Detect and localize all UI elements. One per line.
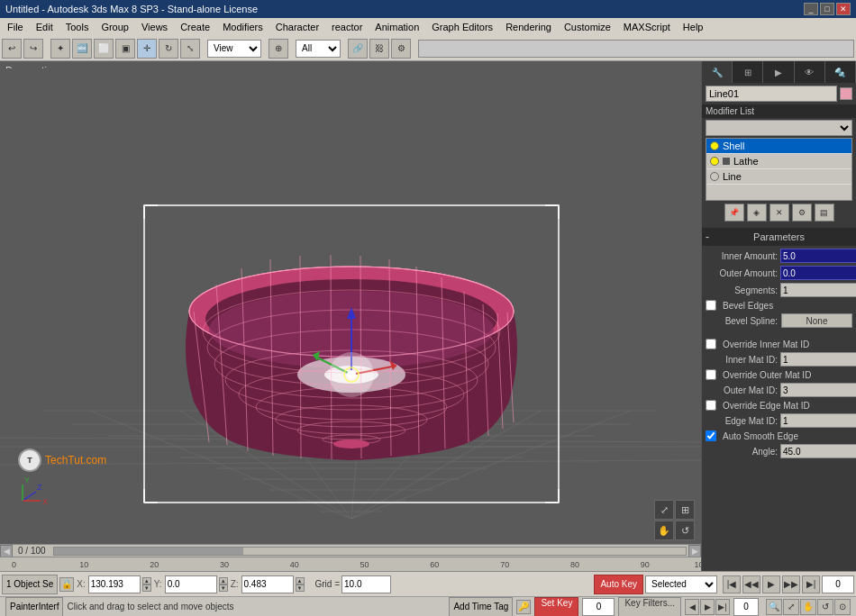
spin-up[interactable]: ▲	[296, 577, 305, 584]
selected-dropdown[interactable]: Selected All	[645, 575, 717, 593]
lock-button[interactable]: 🔒	[59, 577, 74, 592]
y-coord-input[interactable]	[165, 575, 217, 593]
key-filters-button[interactable]: Key Filters...	[618, 597, 681, 617]
menu-modifiers[interactable]: Modifiers	[217, 20, 269, 34]
menu-file[interactable]: File	[2, 20, 29, 34]
make-unique-button[interactable]: ◈	[747, 204, 767, 222]
key-lock-icon[interactable]: 🔑	[516, 600, 531, 614]
scroll-right-button[interactable]: ▶	[688, 545, 701, 557]
edge-mat-id-input[interactable]	[780, 413, 856, 428]
tab-motion[interactable]: ▶	[763, 61, 794, 83]
spin-up[interactable]: ▲	[142, 577, 151, 584]
configure-modifier-button[interactable]: ⚙	[792, 204, 812, 222]
move-button[interactable]: ✛	[137, 39, 157, 59]
bevel-spline-button[interactable]: None	[781, 313, 852, 328]
angle-input[interactable]	[780, 444, 856, 458]
next-key-button[interactable]: ▶▶	[782, 575, 800, 593]
spin-up[interactable]: ▲	[219, 577, 228, 584]
select-region-button[interactable]: ⬜	[94, 39, 114, 59]
scroll-left-button[interactable]: ◀	[0, 545, 13, 557]
next-frame-button[interactable]: ▶|	[802, 575, 820, 593]
zoom-all-tool-button[interactable]: ⤢	[783, 599, 799, 615]
set-key-button[interactable]: Set Key	[534, 597, 578, 617]
menu-tools[interactable]: Tools	[60, 20, 95, 34]
modifier-sets-button[interactable]: ▤	[815, 204, 834, 222]
add-time-tag-button[interactable]: Add Time Tag	[449, 597, 513, 617]
painter-interf-button[interactable]: PainterInterf	[5, 597, 63, 617]
arc-rotate-button[interactable]: ↺	[675, 521, 695, 540]
bevel-edges-checkbox[interactable]	[706, 300, 716, 311]
menu-maxscript[interactable]: MAXScript	[618, 20, 676, 34]
orbit-tool-button[interactable]: ↺	[817, 599, 833, 615]
set-key-time-input[interactable]	[582, 598, 615, 616]
modifier-shell[interactable]: Shell	[706, 139, 851, 154]
filter-select[interactable]: All	[296, 40, 341, 58]
menu-reactor[interactable]: reactor	[326, 20, 368, 34]
play-button[interactable]: ▶	[762, 575, 780, 593]
override-edge-checkbox[interactable]	[706, 400, 716, 411]
menu-customize[interactable]: Customize	[559, 20, 616, 34]
tab-utilities[interactable]: 🔩	[825, 61, 856, 83]
override-inner-checkbox[interactable]	[706, 339, 716, 349]
menu-edit[interactable]: Edit	[31, 20, 59, 34]
zoom-extents-button[interactable]: ⤢	[654, 500, 674, 520]
menu-graph-editors[interactable]: Graph Editors	[426, 20, 498, 34]
tab-hierarchy[interactable]: ⊞	[733, 61, 763, 83]
object-color-swatch[interactable]	[840, 87, 852, 100]
select-button[interactable]: ✦	[50, 39, 70, 59]
unlink-button[interactable]: ⛓	[369, 39, 389, 59]
outer-mat-id-input[interactable]	[780, 383, 856, 397]
scale-button[interactable]: ⤡	[180, 39, 200, 59]
time-input[interactable]	[822, 575, 854, 593]
grid-input[interactable]	[341, 575, 391, 593]
zoom-all-button[interactable]: ⊞	[675, 500, 695, 520]
maximize-button[interactable]: □	[820, 3, 834, 15]
spin-down[interactable]: ▼	[296, 584, 305, 592]
spin-down[interactable]: ▼	[219, 584, 228, 592]
link-button[interactable]: 🔗	[348, 39, 368, 59]
outer-amount-input[interactable]	[780, 266, 856, 280]
close-button[interactable]: ✕	[836, 3, 851, 15]
menu-views[interactable]: Views	[136, 20, 173, 34]
reference-coord-select[interactable]: View	[207, 40, 261, 58]
params-collapse-button[interactable]: -	[706, 231, 709, 243]
field-view-button[interactable]: ⊙	[834, 599, 851, 615]
auto-smooth-checkbox[interactable]	[706, 430, 716, 441]
inner-mat-id-input[interactable]	[780, 352, 856, 367]
spin-down[interactable]: ▼	[142, 584, 151, 592]
prev-frame-button[interactable]: |◀	[723, 575, 741, 593]
mini-time-input[interactable]	[733, 598, 759, 616]
undo-button[interactable]: ↩	[2, 39, 22, 59]
select-by-name-button[interactable]: 🔤	[72, 39, 92, 59]
viewport[interactable]: Perspective	[0, 61, 701, 544]
scroll-track[interactable]	[53, 547, 687, 556]
z-coord-input[interactable]	[241, 575, 294, 593]
menu-group[interactable]: Group	[96, 20, 134, 34]
zoom-tool-button[interactable]: 🔍	[766, 599, 782, 615]
rotate-button[interactable]: ↻	[159, 39, 178, 59]
auto-key-button[interactable]: Auto Key	[594, 575, 643, 594]
override-outer-checkbox[interactable]	[706, 369, 716, 380]
tab-display[interactable]: 👁	[795, 61, 825, 83]
object-name-input[interactable]	[706, 86, 837, 102]
mini-prev-button[interactable]: ◀	[685, 599, 699, 615]
modifier-line[interactable]: Line	[706, 169, 851, 185]
object-select-button[interactable]: 1 Object Se	[2, 575, 58, 594]
minimize-button[interactable]: _	[804, 3, 818, 15]
pin-stack-button[interactable]: 📌	[724, 204, 744, 222]
menu-create[interactable]: Create	[175, 20, 215, 34]
menu-animation[interactable]: Animation	[369, 20, 424, 34]
bind-button[interactable]: ⚙	[391, 39, 411, 59]
menu-character[interactable]: Character	[270, 20, 324, 34]
segments-input[interactable]	[780, 283, 856, 297]
tab-modify[interactable]: 🔧	[702, 61, 733, 83]
pivot-button[interactable]: ⊕	[269, 39, 288, 59]
window-crossing-button[interactable]: ▣	[115, 39, 135, 59]
pan-tool-button[interactable]: ✋	[800, 599, 816, 615]
modifier-list-select[interactable]	[706, 120, 852, 136]
mini-next-button[interactable]: ▶	[700, 599, 715, 615]
menu-rendering[interactable]: Rendering	[500, 20, 557, 34]
redo-button[interactable]: ↪	[23, 39, 43, 59]
prev-key-button[interactable]: ◀◀	[742, 575, 760, 593]
pan-button[interactable]: ✋	[654, 521, 674, 540]
